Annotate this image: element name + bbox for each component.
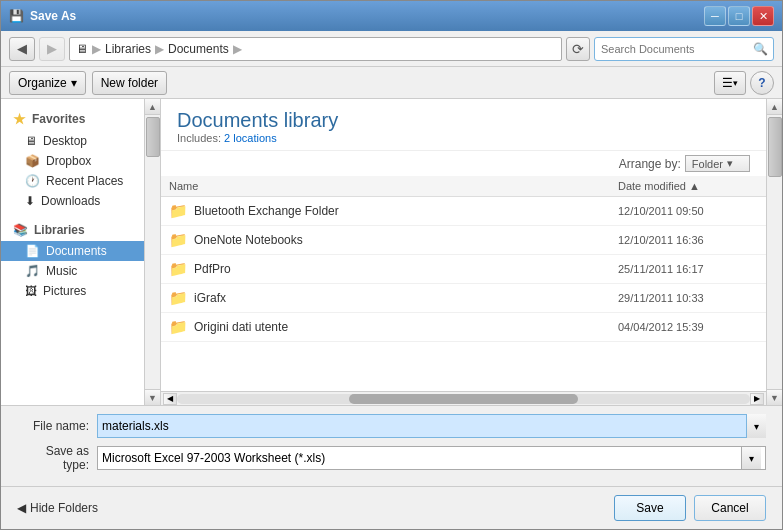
file-date-2: 25/11/2011 16:17 — [618, 263, 758, 275]
dialog-icon: 💾 — [9, 9, 24, 23]
horizontal-scrollbar[interactable]: ◀ ▶ — [161, 391, 766, 405]
hide-arrow-icon: ◀ — [17, 501, 26, 515]
file-name-3: 📁 iGrafx — [169, 289, 618, 307]
nav-item-dropbox[interactable]: 📦 Dropbox — [1, 151, 144, 171]
back-button[interactable]: ◀ — [9, 37, 35, 61]
path-documents[interactable]: Documents — [168, 42, 229, 56]
toolbar2-right: ☰ ▾ ? — [714, 71, 774, 95]
horiz-scroll-thumb[interactable] — [349, 394, 578, 404]
view-arrow: ▾ — [733, 78, 738, 88]
file-date-1: 12/10/2011 16:36 — [618, 234, 758, 246]
save-as-dialog: 💾 Save As ─ □ ✕ ◀ ▶ 🖥 ▶ Libraries ▶ Docu… — [0, 0, 783, 530]
minimize-button[interactable]: ─ — [704, 6, 726, 26]
filename-row: File name: ▾ — [17, 414, 766, 438]
help-button[interactable]: ? — [750, 71, 774, 95]
horiz-scroll-right[interactable]: ▶ — [750, 393, 764, 405]
path-separator3: ▶ — [233, 42, 242, 56]
music-label: Music — [46, 264, 77, 278]
file-name-4: 📁 Origini dati utente — [169, 318, 618, 336]
pictures-label: Pictures — [43, 284, 86, 298]
col-date-label: Date modified — [618, 180, 686, 192]
list-item[interactable]: 📁 Bluetooth Exchange Folder 12/10/2011 0… — [161, 197, 766, 226]
nav-item-pictures[interactable]: 🖼 Pictures — [1, 281, 144, 301]
library-subtitle: Includes: 2 locations — [177, 132, 750, 144]
favorites-header: ★ Favorites — [1, 107, 144, 131]
organize-button[interactable]: Organize ▾ — [9, 71, 86, 95]
file-name-1: 📁 OneNote Notebooks — [169, 231, 618, 249]
organize-label: Organize — [18, 76, 67, 90]
folder-icon-1: 📁 — [169, 231, 188, 249]
content-scroll-down[interactable]: ▼ — [767, 389, 782, 405]
nav-scroll-track — [145, 115, 160, 389]
downloads-icon: ⬇ — [25, 194, 35, 208]
list-item[interactable]: 📁 PdfPro 25/11/2011 16:17 — [161, 255, 766, 284]
save-button[interactable]: Save — [614, 495, 686, 521]
horiz-scroll-left[interactable]: ◀ — [163, 393, 177, 405]
hide-folders-button[interactable]: ◀ Hide Folders — [17, 501, 98, 515]
horiz-scroll-track — [177, 394, 750, 404]
folder-icon-3: 📁 — [169, 289, 188, 307]
list-item[interactable]: 📁 iGrafx 29/11/2011 10:33 — [161, 284, 766, 313]
path-separator1: ▶ — [92, 42, 101, 56]
list-item[interactable]: 📁 OneNote Notebooks 12/10/2011 16:36 — [161, 226, 766, 255]
dialog-title: Save As — [30, 9, 76, 23]
col-name-header: Name — [169, 180, 618, 192]
bottom-form: File name: ▾ Save as type: Microsoft Exc… — [1, 405, 782, 486]
file-date-3: 29/11/2011 10:33 — [618, 292, 758, 304]
libraries-header: 📚 Libraries — [1, 219, 144, 241]
close-button[interactable]: ✕ — [752, 6, 774, 26]
nav-item-downloads[interactable]: ⬇ Downloads — [1, 191, 144, 211]
filetype-value: Microsoft Excel 97-2003 Worksheet (*.xls… — [102, 451, 325, 465]
nav-item-recent-places[interactable]: 🕐 Recent Places — [1, 171, 144, 191]
favorites-label: Favorites — [32, 112, 85, 126]
filetype-dropdown[interactable]: Microsoft Excel 97-2003 Worksheet (*.xls… — [97, 446, 766, 470]
address-bar[interactable]: 🖥 ▶ Libraries ▶ Documents ▶ — [69, 37, 562, 61]
nav-scroll-up[interactable]: ▲ — [145, 99, 160, 115]
folder-icon-2: 📁 — [169, 260, 188, 278]
col-date-sort-icon: ▲ — [689, 180, 700, 192]
cancel-button[interactable]: Cancel — [694, 495, 766, 521]
refresh-button[interactable]: ⟳ — [566, 37, 590, 61]
desktop-label: Desktop — [43, 134, 87, 148]
titlebar: 💾 Save As ─ □ ✕ — [1, 1, 782, 31]
new-folder-button[interactable]: New folder — [92, 71, 167, 95]
library-header: Documents library Includes: 2 locations — [161, 99, 766, 151]
left-panel: ★ Favorites 🖥 Desktop 📦 Dropbox 🕐 Recent… — [1, 99, 161, 405]
library-title: Documents library — [177, 109, 750, 132]
nav-scroll-thumb[interactable] — [146, 117, 160, 157]
documents-icon: 📄 — [25, 244, 40, 258]
path-libraries[interactable]: Libraries — [105, 42, 151, 56]
content-panel: Documents library Includes: 2 locations … — [161, 99, 766, 405]
music-icon: 🎵 — [25, 264, 40, 278]
list-item[interactable]: 📁 Origini dati utente 04/04/2012 15:39 — [161, 313, 766, 342]
locations-link[interactable]: 2 locations — [224, 132, 277, 144]
search-input[interactable] — [594, 37, 774, 61]
nav-item-desktop[interactable]: 🖥 Desktop — [1, 131, 144, 151]
arrange-value: Folder — [692, 158, 723, 170]
path-icon: 🖥 — [76, 42, 88, 56]
content-scroll-up[interactable]: ▲ — [767, 99, 782, 115]
nav-scroll-down[interactable]: ▼ — [145, 389, 160, 405]
downloads-label: Downloads — [41, 194, 100, 208]
filename-label: File name: — [17, 419, 97, 433]
file-date-0: 12/10/2011 09:50 — [618, 205, 758, 217]
filename-input[interactable] — [97, 414, 766, 438]
documents-label: Documents — [46, 244, 107, 258]
maximize-button[interactable]: □ — [728, 6, 750, 26]
view-button[interactable]: ☰ ▾ — [714, 71, 746, 95]
arrange-dropdown[interactable]: Folder ▾ — [685, 155, 750, 172]
dropbox-icon: 📦 — [25, 154, 40, 168]
titlebar-left: 💾 Save As — [9, 9, 76, 23]
nav-item-music[interactable]: 🎵 Music — [1, 261, 144, 281]
content-scroll-thumb[interactable] — [768, 117, 782, 177]
col-date-header[interactable]: Date modified ▲ — [618, 180, 758, 192]
libraries-icon: 📚 — [13, 223, 28, 237]
path-separator2: ▶ — [155, 42, 164, 56]
filename-dropdown-arrow[interactable]: ▾ — [746, 414, 766, 438]
footer: ◀ Hide Folders Save Cancel — [1, 486, 782, 529]
nav-item-documents[interactable]: 📄 Documents — [1, 241, 144, 261]
forward-button[interactable]: ▶ — [39, 37, 65, 61]
arrange-arrow: ▾ — [727, 157, 733, 170]
filetype-row: Save as type: Microsoft Excel 97-2003 Wo… — [17, 444, 766, 472]
arrange-row: Arrange by: Folder ▾ — [161, 151, 766, 176]
